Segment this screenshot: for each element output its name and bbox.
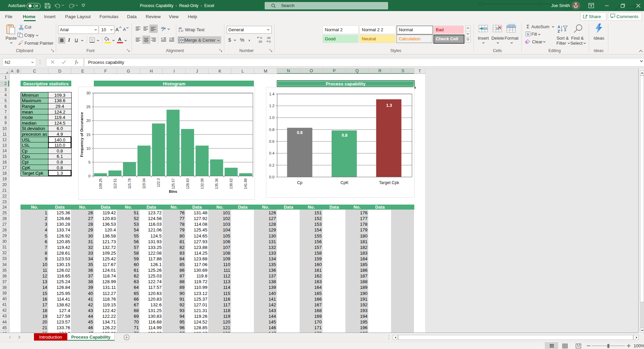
svg-text:112.51: 112.51 (113, 178, 117, 189)
svg-text:132.09: 132.09 (200, 178, 204, 189)
svg-text:0.8: 0.8 (269, 128, 274, 132)
svg-text:30: 30 (86, 91, 90, 95)
svg-text:1.0: 1.0 (269, 116, 274, 120)
svg-text:128.83: 128.83 (186, 178, 190, 189)
svg-text:0.8: 0.8 (342, 133, 347, 138)
svg-text:109.25: 109.25 (99, 178, 103, 189)
svg-text:0.0: 0.0 (269, 175, 274, 179)
svg-text:135.36: 135.36 (215, 178, 219, 189)
svg-text:1.3: 1.3 (386, 103, 392, 108)
svg-text:.00: .00 (266, 36, 271, 40)
svg-text:0: 0 (269, 40, 271, 43)
svg-text:10: 10 (86, 146, 90, 150)
svg-text:138.62: 138.62 (229, 178, 233, 189)
svg-text:115.78: 115.78 (128, 178, 131, 189)
svg-text:0.2: 0.2 (269, 163, 274, 167)
svg-text:1.4: 1.4 (269, 92, 275, 96)
svg-text:Z: Z (558, 29, 560, 33)
svg-text:0.8: 0.8 (297, 130, 303, 135)
svg-text:Target Cpk: Target Cpk (379, 180, 400, 185)
svg-text:A: A (558, 25, 560, 29)
svg-text:Bins: Bins (169, 189, 177, 193)
svg-text:CpK: CpK (340, 180, 349, 185)
svg-text:122.3: 122.3 (157, 178, 160, 187)
svg-text:119.04: 119.04 (142, 178, 146, 189)
svg-text:0: 0 (88, 174, 90, 178)
svg-text:5: 5 (88, 160, 90, 164)
svg-text:25: 25 (86, 105, 90, 109)
svg-text:.00: .00 (258, 40, 262, 43)
svg-text:0.6: 0.6 (269, 139, 274, 143)
svg-text:0: 0 (260, 36, 262, 40)
svg-text:20: 20 (86, 119, 90, 123)
svg-text:0.4: 0.4 (269, 151, 275, 155)
svg-text:Cp: Cp (297, 180, 302, 185)
svg-text:141.88: 141.88 (244, 178, 248, 189)
svg-text:125.57: 125.57 (172, 178, 175, 189)
svg-text:15: 15 (86, 133, 90, 137)
svg-text:1.2: 1.2 (269, 104, 274, 108)
svg-text:Frequency of Occurance: Frequency of Occurance (80, 112, 84, 157)
